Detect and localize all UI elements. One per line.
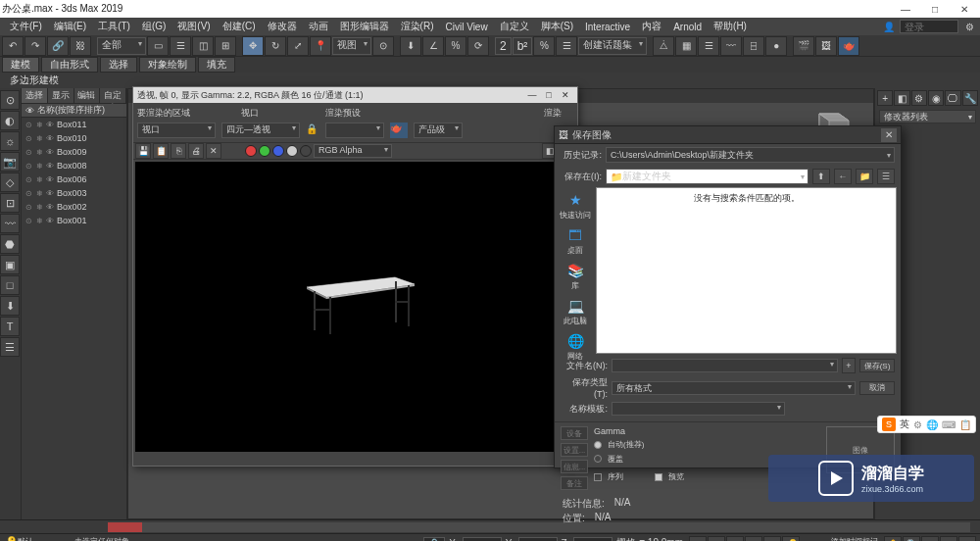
zoom-view[interactable]: 🔍 [903, 536, 920, 541]
filter-btn-1[interactable]: ⊙ [0, 90, 20, 110]
percent-icon[interactable]: % [533, 36, 555, 56]
z-input[interactable] [573, 537, 612, 541]
place-thispc[interactable]: 💻此电脑 [557, 297, 594, 326]
filetype-dropdown[interactable]: 所有格式 [612, 381, 856, 395]
save-icon[interactable]: 💾 [135, 143, 151, 159]
place-libraries[interactable]: 📚库 [557, 262, 594, 291]
redo-button[interactable]: ↷ [24, 36, 46, 56]
ime-icon2[interactable]: 🌐 [926, 419, 938, 430]
link-button[interactable]: 🔗 [47, 36, 69, 56]
goto-end[interactable]: ⏭ [763, 536, 781, 541]
cancel-button[interactable]: 取消 [859, 381, 895, 395]
gamma-override-radio[interactable] [594, 455, 602, 463]
mono-channel[interactable] [300, 145, 312, 157]
hierarchy-tab[interactable]: ⚙ [911, 90, 927, 106]
display-tab[interactable]: 🖵 [945, 90, 960, 106]
select-name-button[interactable]: ☰ [170, 36, 191, 56]
view-menu-button[interactable]: ☰ [877, 169, 895, 184]
green-channel[interactable] [259, 145, 270, 157]
tab-modeling[interactable]: 建模 [2, 57, 39, 73]
filter-btn-6[interactable]: ⊡ [0, 193, 20, 213]
create-tab[interactable]: + [877, 90, 893, 106]
menu-arnold[interactable]: Arnold [667, 22, 708, 32]
menu-render[interactable]: 渲染(R) [395, 20, 440, 33]
modify-tab[interactable]: ◧ [894, 90, 909, 106]
viewport-drop[interactable]: 四元—透视 [221, 123, 300, 138]
view-button[interactable]: 备注 [561, 476, 588, 490]
tab-selection[interactable]: 选择 [100, 57, 137, 73]
schematic-button[interactable]: ⌸ [743, 36, 764, 56]
ime-icon3[interactable]: ⌨ [942, 419, 956, 430]
move-button[interactable]: ✥ [242, 36, 264, 56]
history-dropdown[interactable]: C:\Users\Admin\Desktop\新建文件夹 [606, 147, 895, 163]
menu-create[interactable]: 创建(C) [217, 20, 262, 33]
up-folder-button[interactable]: ⬆ [812, 169, 830, 184]
y-input[interactable] [518, 537, 558, 541]
menu-interactive[interactable]: Interactive [579, 22, 636, 32]
curve-editor-button[interactable]: 〰 [720, 36, 742, 56]
filter-btn-7[interactable]: 〰 [0, 214, 20, 233]
filter-all[interactable]: ▣ [0, 255, 20, 274]
lock-view-icon[interactable]: 🔒 [306, 123, 319, 137]
next-frame[interactable]: ▶ [745, 536, 762, 541]
filter-btn-8[interactable]: ⬣ [0, 234, 20, 254]
scale-button[interactable]: ⤢ [287, 36, 309, 56]
render-setup-button[interactable]: 🎬 [793, 36, 814, 56]
copy-icon[interactable]: 📋 [153, 143, 169, 159]
render-titlebar[interactable]: 透视, 帧 0, 显示 Gamma: 2.2, RGBA 颜色 16 位/通道 … [133, 87, 577, 103]
mirror-button[interactable]: ⧊ [653, 36, 674, 56]
render-min[interactable]: — [524, 88, 540, 102]
key-mode[interactable]: 🔑 [782, 536, 800, 541]
setup-button[interactable]: 设置... [561, 443, 588, 457]
pivot-button[interactable]: ⊙ [372, 36, 394, 56]
motion-tab[interactable]: ◉ [928, 90, 944, 106]
tab-custom[interactable]: 自定义 [100, 88, 126, 103]
named-selection[interactable]: 创建话题集 [578, 37, 647, 55]
place-desktop[interactable]: 🗔桌面 [557, 226, 594, 256]
menu-anim[interactable]: 动画 [303, 20, 334, 33]
spinner-snap-button[interactable]: ⟳ [467, 36, 489, 56]
render-teapot-icon[interactable]: 🫖 [390, 123, 408, 138]
filter-btn-11[interactable]: ⬇ [0, 296, 20, 316]
file-list[interactable]: 没有与搜索条件匹配的项。 [596, 187, 897, 354]
save-close[interactable]: ✕ [881, 128, 897, 142]
percent-snap-button[interactable]: % [445, 36, 466, 56]
filter-none[interactable]: □ [0, 275, 20, 295]
menu-civil[interactable]: Civil View [439, 22, 493, 32]
menu-graph[interactable]: 图形编辑器 [334, 20, 395, 33]
maximize-button[interactable]: □ [921, 1, 949, 17]
tab-edit[interactable]: 编辑 [74, 88, 101, 103]
blue-channel[interactable] [272, 145, 284, 157]
tab-freeform[interactable]: 自由形式 [41, 57, 98, 73]
angle-snap-button[interactable]: ∠ [422, 36, 444, 56]
rotate-button[interactable]: ↻ [265, 36, 286, 56]
x-input[interactable] [463, 537, 502, 541]
menu-script[interactable]: 脚本(S) [535, 20, 579, 33]
menu-view[interactable]: 视图(V) [172, 20, 216, 33]
filter-btn-2[interactable]: ◐ [0, 111, 20, 130]
render-max[interactable]: □ [541, 88, 557, 102]
filter-btn-4[interactable]: 📷 [0, 152, 20, 172]
align-button[interactable]: ▦ [675, 36, 697, 56]
undo-button[interactable]: ↶ [2, 36, 24, 56]
watermark[interactable]: 溜溜自学 zixue.3d66.com [768, 455, 974, 502]
filter-btn-3[interactable]: ☼ [0, 131, 20, 151]
unlink-button[interactable]: ⛓ [70, 36, 91, 56]
menu-tools[interactable]: 工具(T) [92, 20, 136, 33]
material-editor-button[interactable]: ● [765, 36, 787, 56]
login-input[interactable] [900, 20, 958, 33]
seq-check[interactable] [594, 473, 602, 481]
savein-dropdown[interactable]: 📁 新建文件夹 [606, 169, 808, 184]
menu-modifier[interactable]: 修改器 [262, 20, 303, 33]
layer-button[interactable]: ☰ [698, 36, 719, 56]
polymodel-label[interactable]: 多边形建模 [2, 74, 67, 87]
nametpl-input[interactable] [612, 402, 785, 416]
info-button[interactable]: 信息... [561, 460, 588, 473]
filter-btn-5[interactable]: ◇ [0, 172, 20, 192]
back-button[interactable]: ← [834, 169, 852, 184]
tab-display[interactable]: 显示 [48, 88, 74, 103]
object-list[interactable]: ⊙❄👁Box011 ⊙❄👁Box010 ⊙❄👁Box009 ⊙❄👁Box008 … [22, 118, 126, 519]
snap-button[interactable]: ⬇ [400, 36, 421, 56]
zoom-extents[interactable]: ⊡ [921, 536, 939, 541]
channel-drop[interactable]: RGB Alpha [314, 144, 392, 158]
